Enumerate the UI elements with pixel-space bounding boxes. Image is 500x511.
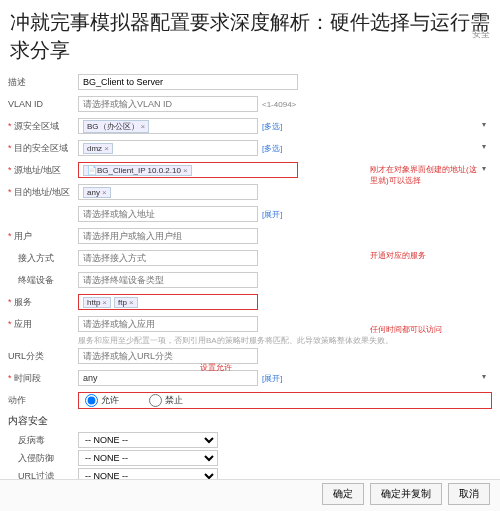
expand-link[interactable]: [展开] <box>262 210 282 219</box>
close-icon[interactable]: × <box>102 188 107 197</box>
service-annotation: 开通对应的服务 <box>370 250 426 261</box>
chevron-down-icon: ▾ <box>482 164 486 173</box>
access-input[interactable] <box>78 250 258 266</box>
src-addr-label: *源地址/地区 <box>8 164 78 177</box>
vlan-input[interactable] <box>78 96 258 112</box>
content-security-header: 内容安全 <box>8 414 492 428</box>
service-label: *服务 <box>8 296 78 309</box>
dst-zone-tag: dmz× <box>83 143 113 154</box>
service-hint: 服务和应用至少配置一项，否则引用BA的策略时服务将匹配、此导致策略整体效果失败。 <box>78 336 492 346</box>
time-annotation: 任何时间都可以访问 <box>370 324 442 335</box>
src-addr-select[interactable]: 📄 BG_Client_IP 10.0.2.10×▾ <box>78 162 298 178</box>
src-zone-tag: BG（办公区）× <box>83 120 149 133</box>
action-deny-radio[interactable]: 禁止 <box>149 394 183 407</box>
ips-select[interactable]: -- NONE -- <box>78 450 218 466</box>
dst-addr-extra-input[interactable] <box>78 206 258 222</box>
dst-zone-select[interactable]: dmz×▾ <box>78 140 258 156</box>
app-label: *应用 <box>8 318 78 331</box>
user-input[interactable] <box>78 228 258 244</box>
app-input[interactable] <box>78 316 258 332</box>
dst-zone-label: *目的安全区域 <box>8 142 78 155</box>
chevron-down-icon: ▾ <box>482 120 486 129</box>
action-label: 动作 <box>8 394 78 407</box>
user-label: *用户 <box>8 230 78 243</box>
expand-link[interactable]: [展开] <box>262 374 282 383</box>
dst-addr-label: *目的地址/地区 <box>8 186 78 199</box>
config-form: 描述 VLAN ID <1-4094> *源安全区域 BG（办公区）×▾[多选]… <box>0 72 500 511</box>
cfg-annotation: 设置允许 <box>200 362 232 373</box>
close-icon[interactable]: × <box>183 166 188 175</box>
action-permit-radio[interactable]: 允许 <box>85 394 119 407</box>
multi-link[interactable]: [多选] <box>262 144 282 153</box>
av-select[interactable]: -- NONE -- <box>78 432 218 448</box>
desc-input[interactable] <box>78 74 298 90</box>
ok-button[interactable]: 确定 <box>322 483 364 505</box>
url-cat-label: URL分类 <box>8 350 78 363</box>
vlan-label: VLAN ID <box>8 99 78 109</box>
dst-addr-select[interactable]: any× <box>78 184 258 200</box>
terminal-input[interactable] <box>78 272 258 288</box>
src-addr-tag: 📄 BG_Client_IP 10.0.2.10× <box>83 165 192 176</box>
ips-label: 入侵防御 <box>8 452 78 465</box>
access-label: 接入方式 <box>8 252 78 265</box>
schedule-label: *时间段 <box>8 372 78 385</box>
av-label: 反病毒 <box>8 434 78 447</box>
close-icon[interactable]: × <box>104 144 109 153</box>
addr-annotation: 刚才在对象界面创建的地址(这里就)可以选择 <box>370 164 480 186</box>
ok-copy-button[interactable]: 确定并复制 <box>370 483 442 505</box>
close-icon[interactable]: × <box>141 122 146 131</box>
src-zone-select[interactable]: BG（办公区）×▾ <box>78 118 258 134</box>
cancel-button[interactable]: 取消 <box>448 483 490 505</box>
service-tag-ftp: ftp× <box>114 297 138 308</box>
chevron-down-icon: ▾ <box>482 142 486 151</box>
multi-link[interactable]: [多选] <box>262 122 282 131</box>
chevron-down-icon: ▾ <box>482 372 486 381</box>
close-icon[interactable]: × <box>102 298 107 307</box>
tab-security[interactable]: 安全 <box>472 28 490 41</box>
src-zone-label: *源安全区域 <box>8 120 78 133</box>
service-select[interactable]: http× ftp× <box>78 294 258 310</box>
page-title: 冲就完事模拟器配置要求深度解析：硬件选择与运行需求分享 <box>0 0 500 72</box>
service-tag-http: http× <box>83 297 111 308</box>
desc-label: 描述 <box>8 76 78 89</box>
button-bar: 确定 确定并复制 取消 <box>322 483 490 505</box>
dst-addr-tag: any× <box>83 187 111 198</box>
close-icon[interactable]: × <box>129 298 134 307</box>
vlan-range: <1-4094> <box>262 100 296 109</box>
terminal-label: 终端设备 <box>8 274 78 287</box>
